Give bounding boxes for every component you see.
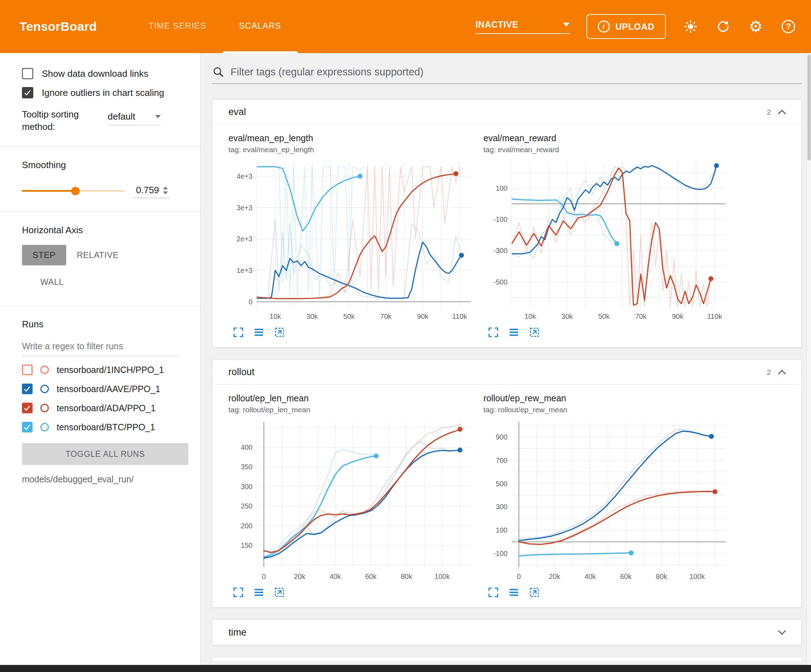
runs-base-path: models/debugged_eval_run/ [22, 474, 200, 484]
main-content: eval 2 eval/mean_ep_length tag: eval/mea… [201, 53, 811, 665]
tooltip-sorting-dropdown[interactable]: default [108, 111, 161, 125]
run-row[interactable]: tensorboard/ADA/PPO_1 [22, 403, 200, 413]
tooltip-sorting-row: Tooltip sorting method: default [22, 108, 200, 133]
chevron-down-icon[interactable] [777, 629, 787, 636]
ignore-outliers-row[interactable]: Ignore outliers in chart scaling [22, 87, 200, 98]
tag-filter-input[interactable] [231, 66, 802, 78]
svg-text:400: 400 [241, 443, 253, 451]
tag-filter-row [212, 66, 802, 84]
toggle-runs-icon[interactable] [253, 327, 265, 338]
smoothing-value-box[interactable]: 0.759 [134, 184, 169, 198]
chart-title: eval/mean_reward [484, 133, 731, 143]
chart-title: rollout/ep_rew_mean [484, 393, 731, 403]
expand-chart-icon[interactable] [488, 327, 499, 338]
svg-text:0: 0 [249, 298, 253, 306]
scrollbar-thumb[interactable] [808, 54, 811, 161]
section-time: time [212, 620, 802, 645]
svg-text:50k: 50k [598, 313, 610, 320]
svg-text:1e+3: 1e+3 [237, 266, 253, 274]
svg-text:100: 100 [496, 526, 507, 534]
svg-text:200: 200 [241, 522, 253, 530]
run-checkbox[interactable] [22, 422, 32, 432]
section-eval-header[interactable]: eval 2 [212, 100, 801, 125]
expand-chart-icon[interactable] [488, 587, 499, 598]
chart-tag: tag: eval/mean_ep_length [228, 146, 476, 154]
svg-text:300: 300 [496, 503, 507, 511]
check-icon [23, 404, 32, 412]
run-checkbox[interactable] [22, 384, 32, 394]
window-edge [0, 665, 811, 672]
line-chart[interactable]: 100-100-300-50010k30k50k70k90k110k [484, 157, 731, 323]
section-rollout-header[interactable]: rollout 2 [212, 360, 801, 385]
stepper-down-icon[interactable] [163, 191, 168, 194]
svg-text:110k: 110k [707, 313, 723, 320]
app-header: TensorBoard TIME SERIES SCALARS INACTIVE… [0, 0, 811, 53]
section-time-header[interactable]: time [212, 620, 801, 645]
show-download-links-checkbox[interactable] [22, 68, 33, 79]
axis-button-relative[interactable]: RELATIVE [66, 245, 129, 266]
svg-text:100: 100 [496, 185, 507, 192]
svg-text:70k: 70k [380, 313, 392, 320]
svg-text:40k: 40k [584, 572, 596, 581]
line-chart[interactable]: 150200250300350400020k40k60k80k100k [228, 417, 476, 583]
svg-text:30k: 30k [561, 313, 573, 320]
chart-title: rollout/ep_len_mean [228, 393, 476, 403]
header-actions: INACTIVE i UPLOAD [476, 14, 796, 39]
ignore-outliers-checkbox[interactable] [22, 87, 33, 98]
run-checkbox[interactable] [22, 403, 32, 413]
smoothing-controls: 0.759 [22, 184, 200, 198]
divider [0, 306, 200, 306]
smoothing-slider[interactable] [22, 185, 125, 197]
run-checkbox[interactable] [22, 364, 32, 375]
chevron-up-icon[interactable] [777, 109, 787, 115]
line-chart[interactable]: -100100300500700900020k40k60k80k100k [484, 417, 731, 583]
show-download-links-row[interactable]: Show data download links [22, 68, 200, 79]
settings-sidebar: Show data download links Ignore outliers… [0, 53, 200, 665]
svg-text:70k: 70k [635, 313, 646, 320]
toggle-runs-icon[interactable] [253, 587, 265, 598]
run-row[interactable]: tensorboard/AAVE/PPO_1 [22, 384, 200, 394]
toggle-runs-icon[interactable] [508, 327, 519, 338]
upload-button[interactable]: i UPLOAD [587, 14, 666, 39]
chevron-up-icon[interactable] [777, 369, 787, 376]
expand-chart-icon[interactable] [232, 587, 244, 598]
svg-text:900: 900 [496, 433, 507, 441]
chart-toolbar [228, 327, 476, 338]
tab-time-series[interactable]: TIME SERIES [132, 0, 223, 53]
smoothing-stepper[interactable] [163, 186, 168, 194]
help-button[interactable]: ? [780, 19, 796, 34]
fit-domain-icon[interactable] [274, 587, 285, 598]
run-row[interactable]: tensorboard/1INCH/PPO_1 [22, 364, 200, 375]
chart-panel-ep-len-mean: rollout/ep_len_mean tag: rollout/ep_len_… [228, 393, 476, 598]
fit-domain-icon[interactable] [529, 327, 540, 338]
expand-chart-icon[interactable] [232, 327, 244, 338]
horizontal-axis-label: Horizontal Axis [22, 225, 200, 236]
brightness-toggle[interactable] [683, 19, 698, 34]
svg-text:10k: 10k [270, 313, 281, 320]
toggle-runs-icon[interactable] [508, 587, 519, 598]
line-chart[interactable]: 01e+32e+33e+34e+310k30k50k70k90k110k [228, 157, 476, 323]
status-dropdown[interactable]: INACTIVE [476, 19, 570, 34]
axis-button-wall[interactable]: WALL [30, 272, 75, 292]
svg-text:100k: 100k [689, 572, 705, 581]
svg-text:2e+3: 2e+3 [237, 235, 253, 243]
fit-domain-icon[interactable] [529, 587, 540, 598]
check-icon [23, 423, 32, 432]
slider-knob[interactable] [71, 187, 80, 195]
section-eval: eval 2 eval/mean_ep_length tag: eval/mea… [212, 100, 802, 347]
svg-text:20k: 20k [294, 572, 305, 581]
runs-heading: Runs [22, 319, 200, 330]
settings-button[interactable]: ⚙ [748, 19, 763, 34]
tab-scalars[interactable]: SCALARS [223, 0, 297, 53]
svg-text:30k: 30k [306, 313, 318, 320]
tooltip-sorting-label: Tooltip sorting method: [22, 108, 93, 133]
scrollbar[interactable] [806, 53, 811, 665]
run-row[interactable]: tensorboard/BTC/PPO_1 [22, 422, 200, 432]
axis-button-step[interactable]: STEP [22, 245, 66, 266]
runs-filter-input[interactable] [22, 338, 178, 356]
refresh-button[interactable] [715, 19, 731, 34]
fit-domain-icon[interactable] [274, 327, 285, 338]
stepper-up-icon[interactable] [163, 186, 168, 189]
svg-text:80k: 80k [401, 572, 412, 581]
toggle-all-runs-button[interactable]: TOGGLE ALL RUNS [22, 443, 188, 465]
